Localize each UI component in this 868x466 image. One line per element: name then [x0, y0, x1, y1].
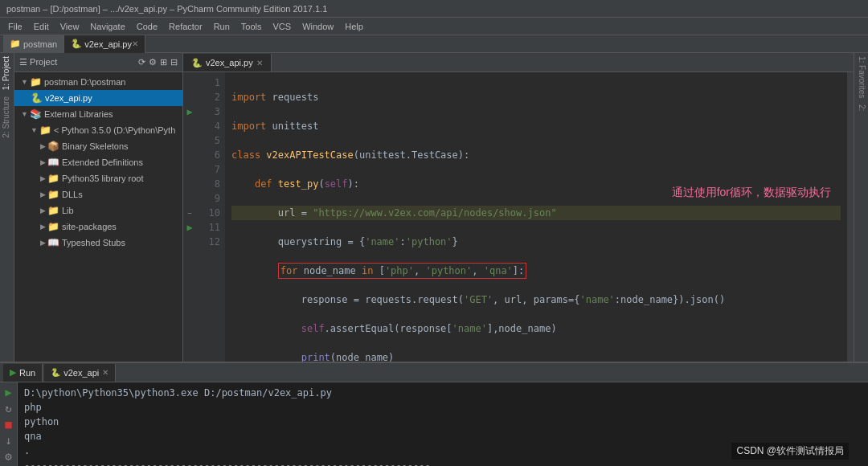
tree-item-v2ex-api[interactable]: 🐍 v2ex_api.py: [14, 90, 182, 106]
right-label-2[interactable]: 2:: [854, 101, 868, 114]
gutter-3: ▶: [183, 104, 196, 119]
bottom-tab-close[interactable]: ✕: [102, 368, 108, 377]
menu-view[interactable]: View: [55, 20, 84, 33]
py-tab-icon: 🐍: [191, 58, 203, 68]
folder-icon-dlls: 📁: [47, 189, 59, 200]
file-tab-v2ex[interactable]: 🐍 v2ex_api.py ✕: [64, 35, 145, 53]
sidebar-label-structure[interactable]: 2: Structure: [0, 93, 14, 141]
gear-icon[interactable]: ⚙: [149, 57, 157, 67]
py-file-icon: 🐍: [31, 92, 43, 104]
gutter-1: [183, 76, 196, 90]
arrow-dlls: ▶: [40, 190, 46, 198]
arrow-python35: ▼: [31, 126, 38, 134]
menu-vcs[interactable]: VCS: [268, 20, 297, 33]
menu-code[interactable]: Code: [132, 20, 162, 33]
expand-icon[interactable]: ⊞: [160, 57, 167, 67]
tree-item-py35-root[interactable]: ▶ 📁 Python35 library root: [14, 170, 182, 186]
code-line-5: url = "https://www.v2ex.com/api/nodes/sh…: [231, 206, 841, 220]
lib-icon: 📚: [30, 108, 42, 120]
rerun-button[interactable]: ↻: [2, 402, 15, 415]
stop-button[interactable]: ■: [2, 418, 15, 431]
line-numbers: 12345 678910 1112: [196, 72, 225, 362]
arrow-lib: ▶: [40, 206, 46, 215]
py-bottom-icon: 🐍: [51, 368, 60, 377]
tree-item-python35[interactable]: ▼ 📁 < Python 3.5.0 (D:\Python\Pyth: [14, 122, 182, 138]
run-icon-11[interactable]: ▶: [186, 220, 192, 235]
title-text: postman – [D:/postman] – .../v2ex_api.py…: [6, 4, 327, 14]
sidebar-label-project[interactable]: 1: Project: [0, 53, 14, 93]
editor-area: 🐍 v2ex_api.py ✕ ▶ − ▶: [183, 53, 854, 362]
sync-icon[interactable]: ⟳: [138, 57, 145, 67]
typeshed-icon: 📖: [47, 237, 59, 248]
run-button[interactable]: ▶: [2, 386, 15, 399]
ext-defs-icon: 📖: [47, 157, 59, 168]
tree-label-postman: postman D:\postman: [44, 77, 126, 87]
scrollbar-right[interactable]: [847, 72, 854, 362]
menu-tools[interactable]: Tools: [236, 20, 267, 33]
scroll-end-button[interactable]: ↓: [2, 434, 15, 447]
tree-label-site-pkg: site-packages: [62, 222, 117, 231]
menu-navigate[interactable]: Navigate: [85, 20, 129, 33]
editor-tab-close[interactable]: ✕: [256, 59, 263, 67]
gutter-12: [183, 235, 196, 249]
run-tab-icon: ▶: [10, 367, 16, 378]
code-line-7: for node_name in ['php', 'python', 'qna'…: [231, 264, 841, 278]
fold-icon[interactable]: −: [187, 206, 191, 220]
tree-item-ext-libs[interactable]: ▼ 📚 External Libraries: [14, 106, 182, 122]
code-line-8: response = requests.request('GET', url, …: [231, 292, 841, 307]
arrow-icon: ▼: [21, 78, 28, 86]
code-line-3: class v2exAPITestCase(unittest.TestCase)…: [231, 148, 841, 162]
menu-refactor[interactable]: Refactor: [164, 20, 207, 33]
tree-item-typeshed[interactable]: ▶ 📖 Typeshed Stubs: [14, 235, 182, 251]
tabs-bar: 📁 postman 🐍 v2ex_api.py ✕: [0, 35, 868, 53]
settings-button[interactable]: ⚙: [2, 450, 15, 463]
menu-window[interactable]: Window: [297, 20, 338, 33]
bottom-tab-v2ex-label: v2ex_api: [63, 368, 99, 378]
menu-help[interactable]: Help: [340, 20, 368, 33]
bottom-tab-v2ex[interactable]: 🐍 v2ex_api ✕: [44, 364, 116, 382]
folder-icon-site: 📁: [47, 221, 59, 232]
tree-item-postman[interactable]: ▼ 📁 postman D:\postman: [14, 74, 182, 90]
project-tab-label: postman: [23, 39, 57, 49]
tree-item-binary[interactable]: ▶ 📦 Binary Skeletons: [14, 138, 182, 154]
gutter: ▶ − ▶: [183, 72, 196, 362]
tree-label-typeshed: Typeshed Stubs: [62, 238, 125, 247]
title-bar: postman – [D:/postman] – .../v2ex_api.py…: [0, 0, 868, 18]
tree-item-dlls[interactable]: ▶ 📁 DLLs: [14, 186, 182, 202]
editor-tab-label: v2ex_api.py: [206, 58, 253, 67]
menu-bar: File Edit View Navigate Code Refactor Ru…: [0, 18, 868, 35]
tree-item-lib[interactable]: ▶ 📁 Lib: [14, 202, 182, 219]
right-label-favorites[interactable]: 1: Favorites: [854, 53, 868, 101]
menu-run[interactable]: Run: [209, 20, 235, 33]
tree-label-dlls: DLLs: [62, 190, 83, 199]
file-tab-label: v2ex_api.py: [84, 39, 132, 49]
menu-file[interactable]: File: [3, 20, 27, 33]
folder-icon-root: 📁: [47, 173, 59, 184]
project-panel: ☰ Project ⟳ ⚙ ⊞ ⊟ ▼ 📁 postman D:\postman…: [14, 53, 183, 362]
gutter-11: ▶: [183, 220, 196, 235]
folder-icon: 📁: [10, 39, 21, 49]
annotation-text: 通过使用for循环，数据驱动执行: [672, 185, 831, 199]
menu-edit[interactable]: Edit: [29, 20, 54, 33]
output-line-python: python: [24, 415, 862, 429]
tree-label-lib: Lib: [62, 206, 74, 215]
arrow-ext-defs: ▶: [40, 158, 46, 166]
tree-label-ext-libs: External Libraries: [44, 109, 113, 119]
folder-icon: 📁: [30, 76, 42, 88]
tree-item-site-pkg[interactable]: ▶ 📁 site-packages: [14, 219, 182, 235]
editor-tab-v2ex[interactable]: 🐍 v2ex_api.py ✕: [183, 54, 272, 72]
tree-item-ext-defs[interactable]: ▶ 📖 Extended Definitions: [14, 154, 182, 170]
project-tab[interactable]: 📁 postman: [3, 35, 64, 53]
project-header: ☰ Project ⟳ ⚙ ⊞ ⊟: [14, 53, 182, 72]
bottom-tab-run[interactable]: ▶ Run: [3, 364, 43, 382]
run-icon[interactable]: ▶: [186, 104, 192, 119]
code-line-10: print(node_name): [231, 350, 841, 362]
tab-close-icon[interactable]: ✕: [132, 39, 138, 48]
collapse-icon[interactable]: ⊟: [170, 57, 178, 67]
code-content[interactable]: import requests import unittest class v2…: [225, 72, 847, 362]
code-editor[interactable]: ▶ − ▶ 12345 678910 1112 import requests …: [183, 72, 854, 362]
watermark: CSDN @软件测试情报局: [731, 443, 849, 460]
bottom-toolbar: ▶ ↻ ■ ↓ ⚙: [0, 382, 18, 466]
output-line-qna: qna: [24, 429, 862, 444]
project-title: ☰ Project: [19, 57, 57, 67]
